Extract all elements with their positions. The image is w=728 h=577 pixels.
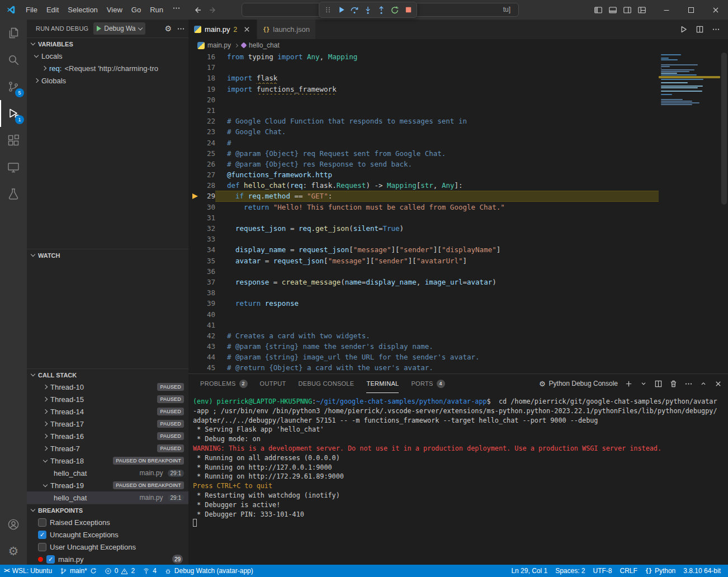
ports-icon [143,567,150,575]
activitybar-explorer[interactable] [0,20,27,46]
maximize-panel-button[interactable] [699,380,707,387]
toggle-panel-button[interactable] [608,6,617,15]
menu-file[interactable]: File [21,4,42,16]
activitybar-remote-explorer[interactable] [0,154,27,181]
tab-main-py[interactable]: main.py2 [188,20,257,39]
panel-tab-debug-console[interactable]: DEBUG CONSOLE [299,374,354,393]
code-editor[interactable]: 16from typing import Any, Mapping1718imp… [188,51,728,373]
scope-item[interactable]: Locals [27,50,188,62]
activitybar-search[interactable] [0,46,27,73]
close-window-button[interactable] [703,0,728,20]
debug-config-dropdown[interactable]: Debug Wa [93,22,145,35]
breakpoint-item[interactable]: Raised Exceptions [27,516,188,528]
minimap[interactable] [659,53,720,373]
activitybar-extensions[interactable] [0,127,27,154]
step-out-button[interactable] [375,3,388,17]
breakpoint-item[interactable]: ✓Uncaught Exceptions [27,528,188,541]
activitybar-manage[interactable]: ⚙ [0,538,27,565]
debug-settings-gear-icon[interactable]: ⚙ [164,25,172,32]
nav-forward-icon[interactable] [209,6,218,15]
customize-layout-button[interactable] [637,6,646,15]
breakpoint-item[interactable]: User Uncaught Exceptions [27,541,188,553]
menu-selection[interactable]: Selection [63,4,102,16]
activitybar-source-control[interactable]: 5 [0,73,27,100]
step-into-button[interactable] [361,3,375,17]
win-min-icon [662,6,671,15]
callstack-thread[interactable]: Thread-14PAUSED [27,405,188,418]
terminal-list-item[interactable]: ⚙ Python Debug Console [539,380,618,387]
indentation[interactable]: Spaces: 2 [551,565,589,577]
breakpoint-checkbox[interactable]: ✓ [38,531,46,539]
scope-item[interactable]: Globals [27,74,188,87]
editor-scrollbar[interactable] [720,51,728,373]
breakpoint-item[interactable]: ✓main.py29 [27,553,188,565]
terminal-profile-dropdown[interactable] [640,380,647,387]
variable-item[interactable]: req:<Request 'http://charming-tro [27,62,188,74]
breadcrumb-item[interactable]: hello_chat [242,41,280,49]
activitybar-accounts[interactable] [0,511,27,538]
panel-more-actions[interactable] [684,380,693,388]
panel-tab-ports[interactable]: PORTS4 [411,374,445,393]
activitybar-run-and-debug[interactable]: 1 [0,100,27,127]
maximize-button[interactable] [679,0,703,20]
toggle-secondary-sidebar-button[interactable] [623,6,632,15]
panel-tab-problems[interactable]: PROBLEMS2 [200,374,248,393]
split-terminal-button[interactable] [654,380,663,388]
continue-button[interactable] [334,3,348,17]
menu-edit[interactable]: Edit [42,4,63,16]
callstack-thread[interactable]: Thread-16PAUSED [27,430,188,442]
callstack-thread[interactable]: Thread-7PAUSED [27,442,188,455]
run-python-file-button[interactable] [679,25,688,34]
sidebar-more-icon[interactable] [177,25,185,33]
menu-run[interactable]: Run [145,4,168,16]
start-debug-icon[interactable] [97,26,101,31]
menu-go[interactable]: Go [127,4,145,16]
watch-section-header[interactable]: WATCH [27,249,188,261]
activitybar-testing[interactable] [0,181,27,207]
breakpoints-section-header[interactable]: BREAKPOINTS [27,504,188,516]
encoding[interactable]: UTF-8 [589,565,616,577]
callstack-thread[interactable]: Thread-10PAUSED [27,381,188,393]
eol[interactable]: CRLF [616,565,641,577]
close-panel-button[interactable] [714,380,722,388]
minimap-line [661,91,702,92]
panel-tab-terminal[interactable]: TERMINAL [366,374,399,393]
menu-view[interactable]: View [102,4,127,16]
language-mode[interactable]: {}Python [641,565,679,577]
terminal-line [193,519,724,528]
tab-launch-json[interactable]: {}launch.json [257,20,316,39]
breakpoint-checkbox[interactable] [38,543,46,551]
breakpoint-checkbox[interactable]: ✓ [46,555,55,564]
tab-close-icon[interactable] [243,25,251,34]
cursor-position[interactable]: Ln 29, Col 1 [507,565,551,577]
step-over-button[interactable] [348,3,361,17]
callstack-thread[interactable]: Thread-15PAUSED [27,393,188,405]
breakpoint-checkbox[interactable] [38,518,46,527]
problems-status[interactable]: 02 [101,565,139,577]
variables-section-header[interactable]: VARIABLES [27,37,188,50]
kill-terminal-button[interactable] [669,380,678,388]
ports-status[interactable]: 4 [139,565,160,577]
new-terminal-button[interactable] [625,380,633,388]
panel-tab-output[interactable]: OUTPUT [260,374,286,393]
nav-back-icon[interactable] [193,6,202,15]
git-branch[interactable]: main* [56,565,101,577]
minimize-button[interactable] [654,0,679,20]
breadcrumb-item[interactable]: main.py [197,41,231,49]
callstack-frame[interactable]: hello_chatmain.py29:1 [27,491,188,504]
split-editor-button[interactable] [696,25,704,34]
callstack-frame[interactable]: hello_chatmain.py29:1 [27,467,188,479]
toggle-sidebar-button[interactable] [594,6,603,15]
python-interpreter[interactable]: 3.8.10 64-bit [679,565,725,577]
stop-button[interactable] [401,3,415,17]
callstack-thread[interactable]: Thread-17PAUSED [27,418,188,430]
call-stack-section-header[interactable]: CALL STACK [27,368,188,381]
menu-overflow-button[interactable] [168,4,185,16]
callstack-thread[interactable]: Thread-18PAUSED ON BREAKPOINT [27,455,188,467]
restart-button[interactable] [388,3,401,17]
debug-status[interactable]: Debug Watch (avatar-app) [160,565,257,577]
remote-indicator[interactable]: ><WSL: Ubuntu [0,565,56,577]
terminal[interactable]: (env) pierrick@LAPTOP-HKU5PNNG:~/git/goo… [188,393,728,565]
callstack-thread[interactable]: Thread-19PAUSED ON BREAKPOINT [27,479,188,491]
editor-more-actions[interactable] [712,25,720,34]
